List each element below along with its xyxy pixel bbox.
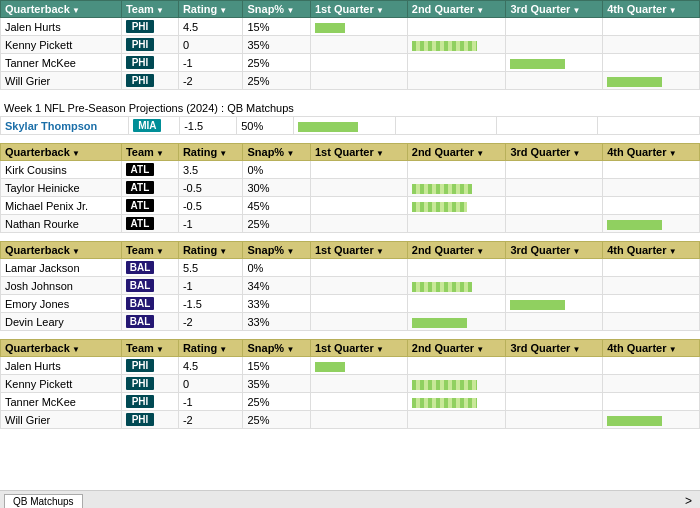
table-mia: Skylar Thompson MIA -1.5 50% <box>0 116 700 135</box>
qb-quarter-bar <box>311 357 408 375</box>
table-row: Jalen HurtsPHI4.515% <box>1 357 700 375</box>
col-header-team-atl[interactable]: Team <box>121 144 178 161</box>
col-header-q3-bal[interactable]: 3rd Quarter <box>506 242 603 259</box>
qb-quarter-bar <box>506 357 603 375</box>
qb-quarter-bar <box>407 259 506 277</box>
col-header-snap-bal[interactable]: Snap% <box>243 242 311 259</box>
qb-quarter-bar <box>311 197 408 215</box>
col-header-quarterback[interactable]: Quarterback <box>1 1 122 18</box>
qb-name: Devin Leary <box>1 313 122 331</box>
qb-snap: 15% <box>243 18 311 36</box>
qb-team: PHI <box>121 375 178 393</box>
col-header-q4[interactable]: 4th Quarter <box>603 1 700 18</box>
qb-quarter-bar <box>603 179 700 197</box>
qb-quarter-bar <box>506 393 603 411</box>
qb-snap: 25% <box>243 411 311 429</box>
col-header-q3-phi-b[interactable]: 3rd Quarter <box>506 340 603 357</box>
qb-quarter-bar <box>407 197 506 215</box>
col-header-q4-atl[interactable]: 4th Quarter <box>603 144 700 161</box>
qb-rating: -2 <box>178 313 243 331</box>
qb-snap: 35% <box>243 375 311 393</box>
col-header-rating-phi-b[interactable]: Rating <box>178 340 243 357</box>
col-header-snap-phi-b[interactable]: Snap% <box>243 340 311 357</box>
qb-team: PHI <box>121 36 178 54</box>
bottom-spacer <box>0 429 700 449</box>
qb-rating: 5.5 <box>178 259 243 277</box>
qb-name: Kirk Cousins <box>1 161 122 179</box>
col-header-quarterback-atl[interactable]: Quarterback <box>1 144 122 161</box>
col-header-q2-bal[interactable]: 2nd Quarter <box>407 242 506 259</box>
qb-team: PHI <box>121 72 178 90</box>
col-header-rating-atl[interactable]: Rating <box>178 144 243 161</box>
qb-quarter-bar <box>407 375 506 393</box>
main-content: Quarterback Team Rating Snap% 1st Quarte… <box>0 0 700 490</box>
qb-rating: -0.5 <box>178 179 243 197</box>
qb-rating: 3.5 <box>178 161 243 179</box>
team-badge: PHI <box>126 413 154 426</box>
col-header-q3-atl[interactable]: 3rd Quarter <box>506 144 603 161</box>
team-badge: BAL <box>126 315 154 328</box>
col-header-q1-atl[interactable]: 1st Quarter <box>311 144 408 161</box>
table-row: Will GrierPHI-225% <box>1 72 700 90</box>
col-header-q2[interactable]: 2nd Quarter <box>407 1 506 18</box>
qb-quarter-bar <box>603 259 700 277</box>
qb-quarter-bar <box>603 161 700 179</box>
qb-team: ATL <box>121 179 178 197</box>
qb-team: BAL <box>121 277 178 295</box>
col-header-team-phi-b[interactable]: Team <box>121 340 178 357</box>
table-atl: Quarterback Team Rating Snap% 1st Quarte… <box>0 143 700 233</box>
col-header-quarterback-bal[interactable]: Quarterback <box>1 242 122 259</box>
team-badge: PHI <box>126 359 154 372</box>
col-header-q4-bal[interactable]: 4th Quarter <box>603 242 700 259</box>
team-badge: PHI <box>126 38 154 51</box>
col-header-q3[interactable]: 3rd Quarter <box>506 1 603 18</box>
col-header-quarterback-phi-b[interactable]: Quarterback <box>1 340 122 357</box>
qb-rating: -2 <box>178 72 243 90</box>
qb-rating: 4.5 <box>178 357 243 375</box>
qb-snap: 25% <box>243 393 311 411</box>
qb-rating: -1.5 <box>178 295 243 313</box>
qb-quarter-bar <box>506 277 603 295</box>
col-header-snap-atl[interactable]: Snap% <box>243 144 311 161</box>
col-header-snap[interactable]: Snap% <box>243 1 311 18</box>
qb-snap: 45% <box>243 197 311 215</box>
qb-quarter-bar <box>506 295 603 313</box>
table-row: Lamar JacksonBAL5.50% <box>1 259 700 277</box>
qb-quarter-bar <box>603 393 700 411</box>
qb-quarter-bar <box>603 36 700 54</box>
qb-quarter-bar <box>311 313 408 331</box>
qb-quarter-bar <box>506 411 603 429</box>
qb-quarter-bar <box>603 411 700 429</box>
table-row: Tanner McKeePHI-125% <box>1 393 700 411</box>
table-header-row-atl: Quarterback Team Rating Snap% 1st Quarte… <box>1 144 700 161</box>
col-header-q2-phi-b[interactable]: 2nd Quarter <box>407 340 506 357</box>
table-row: Skylar Thompson MIA -1.5 50% <box>1 117 700 135</box>
table-row: Devin LearyBAL-233% <box>1 313 700 331</box>
qb-team: BAL <box>121 259 178 277</box>
col-header-rating[interactable]: Rating <box>178 1 243 18</box>
col-header-rating-bal[interactable]: Rating <box>178 242 243 259</box>
col-header-q4-phi-b[interactable]: 4th Quarter <box>603 340 700 357</box>
qb-quarter-bar <box>311 36 408 54</box>
col-header-team[interactable]: Team <box>121 1 178 18</box>
qb-quarter-bar <box>311 277 408 295</box>
team-badge: ATL <box>126 199 154 212</box>
table-row: Kenny PickettPHI035% <box>1 36 700 54</box>
qb-snap: 33% <box>243 295 311 313</box>
qb-quarter-bar <box>506 72 603 90</box>
scroll-right-button[interactable]: > <box>685 494 696 508</box>
qb-name: Kenny Pickett <box>1 36 122 54</box>
qb-q1-bar <box>294 117 395 135</box>
col-header-team-bal[interactable]: Team <box>121 242 178 259</box>
qb-name: Michael Penix Jr. <box>1 197 122 215</box>
col-header-q1-phi-b[interactable]: 1st Quarter <box>311 340 408 357</box>
qb-quarter-bar <box>506 215 603 233</box>
table-row: Tanner McKeePHI-125% <box>1 54 700 72</box>
col-header-q2-atl[interactable]: 2nd Quarter <box>407 144 506 161</box>
qb-quarter-bar <box>311 72 408 90</box>
tab-bar: QB Matchups > <box>0 490 700 508</box>
qb-quarter-bar <box>506 18 603 36</box>
tab-qb-matchups[interactable]: QB Matchups <box>4 494 83 508</box>
col-header-q1-bal[interactable]: 1st Quarter <box>311 242 408 259</box>
col-header-q1[interactable]: 1st Quarter <box>311 1 408 18</box>
